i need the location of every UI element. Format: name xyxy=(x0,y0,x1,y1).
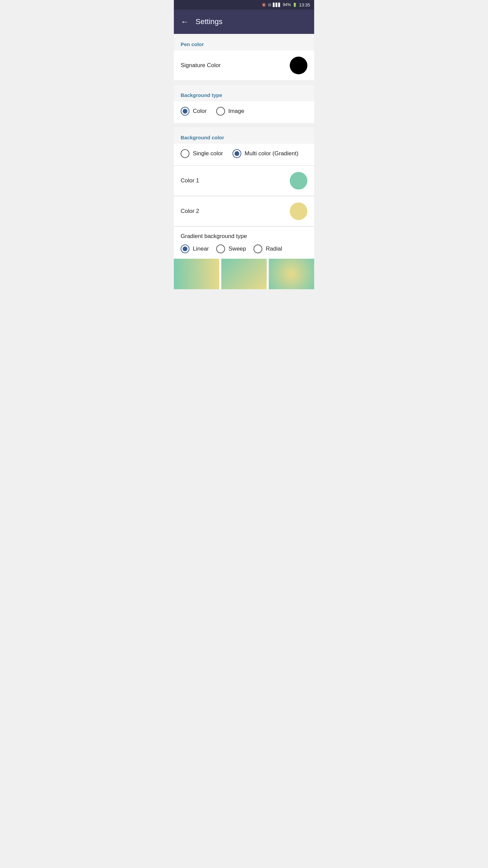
settings-content: Pen color Signature Color Background typ… xyxy=(174,34,314,289)
background-type-radio-group: Color Image xyxy=(174,101,314,123)
signature-color-row[interactable]: Signature Color xyxy=(174,51,314,81)
app-bar: ← Settings xyxy=(174,9,314,34)
background-type-image-label: Image xyxy=(228,108,244,115)
multi-color-label: Multi color (Gradient) xyxy=(245,150,299,157)
multi-color-radio-inner xyxy=(235,151,239,156)
gradient-type-title: Gradient background type xyxy=(181,233,307,240)
background-type-header: Background type xyxy=(174,85,314,101)
signal-icon: ▋▋▋ xyxy=(273,3,281,7)
multi-color-option[interactable]: Multi color (Gradient) xyxy=(232,149,299,158)
color2-swatch[interactable] xyxy=(290,202,307,220)
color2-label: Color 2 xyxy=(181,208,199,215)
linear-option[interactable]: Linear xyxy=(181,244,209,253)
background-type-color-label: Color xyxy=(193,108,207,115)
background-color-header: Background color xyxy=(174,127,314,144)
background-type-color-radio-inner xyxy=(183,109,187,114)
background-type-image-option[interactable]: Image xyxy=(216,107,244,116)
background-type-color-radio[interactable] xyxy=(181,107,189,116)
single-color-label: Single color xyxy=(193,150,223,157)
signature-color-swatch[interactable] xyxy=(290,57,307,74)
color1-row[interactable]: Color 1 xyxy=(174,166,314,196)
linear-preview xyxy=(174,259,219,289)
color1-label: Color 1 xyxy=(181,177,199,184)
radial-preview xyxy=(269,259,314,289)
sweep-radio[interactable] xyxy=(216,244,225,253)
pen-color-header: Pen color xyxy=(174,34,314,51)
status-bar: 🔇 ⊡ ▋▋▋ 94% 🔋 13:35 xyxy=(174,0,314,9)
signature-color-label: Signature Color xyxy=(181,62,221,69)
sweep-preview xyxy=(221,259,267,289)
page-title: Settings xyxy=(196,17,223,26)
battery-indicator: 94% xyxy=(283,2,291,7)
sweep-label: Sweep xyxy=(228,245,246,252)
status-icons: 🔇 ⊡ ▋▋▋ 94% 🔋 13:35 xyxy=(262,2,310,7)
single-color-option[interactable]: Single color xyxy=(181,149,223,158)
gap-1 xyxy=(174,81,314,85)
linear-label: Linear xyxy=(193,245,209,252)
multi-color-radio[interactable] xyxy=(232,149,241,158)
single-color-radio[interactable] xyxy=(181,149,189,158)
background-type-image-radio[interactable] xyxy=(216,107,225,116)
battery-icon: 🔋 xyxy=(292,3,297,7)
radial-option[interactable]: Radial xyxy=(253,244,282,253)
background-type-color-option[interactable]: Color xyxy=(181,107,207,116)
back-button[interactable]: ← xyxy=(181,17,189,26)
gradient-previews xyxy=(174,259,314,289)
cast-icon: ⊡ xyxy=(268,3,271,7)
background-color-radio-group: Single color Multi color (Gradient) xyxy=(174,144,314,165)
gradient-type-section: Gradient background type Linear Sweep Ra… xyxy=(174,227,314,289)
gradient-type-radio-group: Linear Sweep Radial xyxy=(181,244,307,253)
color1-swatch[interactable] xyxy=(290,172,307,190)
gap-2 xyxy=(174,123,314,127)
clock: 13:35 xyxy=(299,2,310,7)
radial-radio[interactable] xyxy=(253,244,262,253)
radial-label: Radial xyxy=(266,245,282,252)
sweep-option[interactable]: Sweep xyxy=(216,244,246,253)
color2-row[interactable]: Color 2 xyxy=(174,196,314,226)
linear-radio[interactable] xyxy=(181,244,189,253)
mute-icon: 🔇 xyxy=(262,3,266,7)
linear-radio-inner xyxy=(183,246,187,251)
